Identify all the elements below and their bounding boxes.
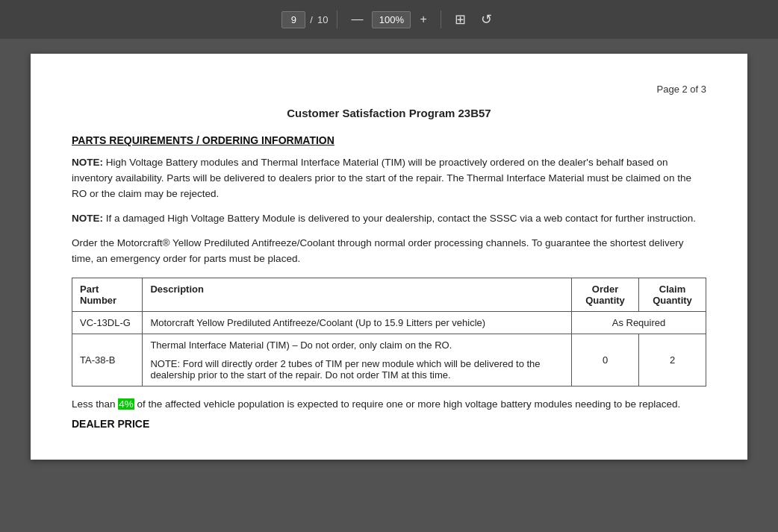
- description-cell-2: Thermal Interface Material (TIM) – Do no…: [143, 334, 572, 386]
- page-number-input[interactable]: 9: [281, 11, 305, 28]
- rotate-button[interactable]: ↺: [476, 8, 497, 31]
- col-part-number-header: Part Number: [72, 278, 143, 311]
- order-qty-cell: 0: [572, 334, 639, 386]
- table-row: TA-38-B Thermal Interface Material (TIM)…: [72, 334, 706, 386]
- document-container: Page 2 of 3 Customer Satisfaction Progra…: [0, 39, 778, 532]
- footer-text-after: of the affected vehicle population is ex…: [134, 398, 680, 410]
- footer-text-before: Less than: [72, 398, 118, 410]
- document-title: Customer Satisfaction Program 23B57: [72, 107, 706, 119]
- divider-2: [441, 10, 441, 28]
- body-text: Order the Motorcraft® Yellow Prediluted …: [72, 236, 706, 267]
- zoom-in-button[interactable]: +: [415, 10, 431, 29]
- description-cell: Motorcraft Yellow Prediluted Antifreeze/…: [143, 311, 572, 334]
- dealer-price-heading: DEALER PRICE: [72, 418, 706, 430]
- parts-table: Part Number Description Order Quantity C…: [72, 278, 706, 387]
- zoom-input[interactable]: 100%: [372, 11, 411, 28]
- table-header-row: Part Number Description Order Quantity C…: [72, 278, 706, 311]
- note-2: NOTE: If a damaged High Voltage Battery …: [72, 211, 706, 227]
- note-2-label: NOTE:: [72, 213, 103, 224]
- toolbar: 9 / 10 — 100% + ⊞ ↺: [0, 0, 778, 39]
- note-1-text: High Voltage Battery modules and Thermal…: [72, 157, 691, 199]
- col-description-header: Description: [143, 278, 572, 311]
- page-info: Page 2 of 3: [72, 84, 706, 95]
- divider-1: [337, 10, 337, 28]
- claim-qty-cell: 2: [639, 334, 706, 386]
- zoom-out-button[interactable]: —: [346, 10, 367, 29]
- col-order-qty-header: Order Quantity: [572, 278, 639, 311]
- zoom-controls: — 100% +: [346, 10, 431, 29]
- section-heading: PARTS REQUIREMENTS / ORDERING INFORMATIO…: [72, 134, 706, 146]
- footer-text: Less than 4% of the affected vehicle pop…: [72, 397, 706, 413]
- page-navigation: 9 / 10: [281, 11, 328, 28]
- note-2-text: If a damaged High Voltage Battery Module…: [103, 213, 696, 224]
- expand-button[interactable]: ⊞: [450, 8, 470, 31]
- description-line-1: Thermal Interface Material (TIM) – Do no…: [150, 339, 564, 351]
- page-total: 10: [317, 14, 328, 25]
- table-row: VC-13DL-G Motorcraft Yellow Prediluted A…: [72, 311, 706, 334]
- description-line-2: NOTE: Ford will directly order 2 tubes o…: [150, 358, 564, 381]
- part-number-cell-2: TA-38-B: [72, 334, 143, 386]
- note-1: NOTE: High Voltage Battery modules and T…: [72, 155, 706, 202]
- note-1-label: NOTE:: [72, 157, 103, 168]
- page-separator: /: [310, 14, 313, 25]
- document-page: Page 2 of 3 Customer Satisfaction Progra…: [31, 54, 747, 460]
- qty-merged-cell: As Required: [572, 311, 706, 334]
- col-claim-qty-header: Claim Quantity: [639, 278, 706, 311]
- footer-highlight: 4%: [118, 398, 134, 410]
- part-number-cell: VC-13DL-G: [72, 311, 143, 334]
